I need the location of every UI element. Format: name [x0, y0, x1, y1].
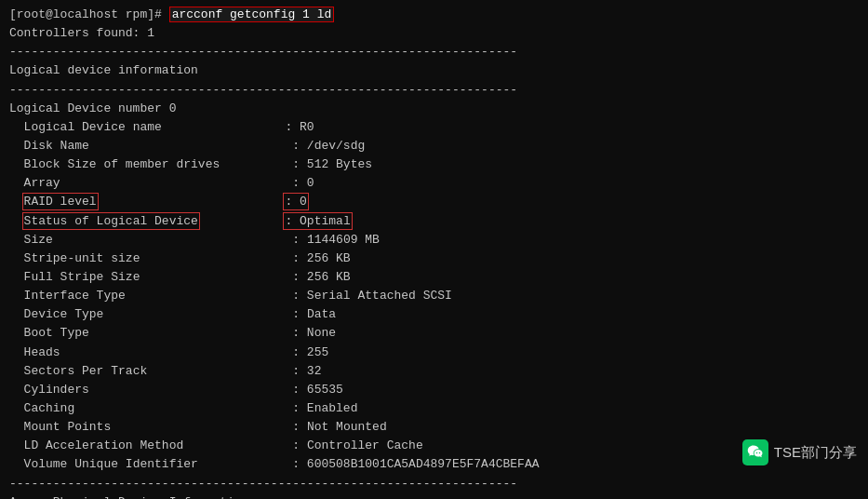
block-size-key: Block Size of member drives [24, 157, 220, 171]
logical-info-header: Logical device information [9, 61, 859, 80]
device-type-value: : Data [292, 307, 336, 321]
stripe-unit-key: Stripe-unit size [24, 251, 140, 265]
wechat-icon [742, 439, 768, 465]
caching-line: Caching : Enabled [9, 399, 859, 418]
block-size-line: Block Size of member drives : 512 Bytes [9, 155, 859, 174]
heads-key: Heads [24, 345, 60, 359]
separator-2: ----------------------------------------… [9, 81, 859, 100]
cylinders-key: Cylinders [24, 383, 89, 397]
ld-accel-line: LD Acceleration Method : Controller Cach… [9, 437, 859, 455]
mount-points-line: Mount Points : Not Mounted [9, 418, 859, 437]
array-phys-header: Array Physical Device Information [9, 493, 859, 499]
ld-accel-value: : Controller Cache [292, 438, 422, 452]
sectors-line: Sectors Per Track : 32 [9, 362, 859, 381]
size-key: Size [24, 233, 53, 247]
ld-name-value: : R0 [285, 120, 314, 134]
interface-type-line: Interface Type : Serial Attached SCSI [9, 287, 859, 305]
command-text: arcconf getconfig 1 ld [169, 7, 335, 22]
status-line: Status of Logical Device : Optimal [9, 212, 859, 231]
full-stripe-value: : 256 KB [292, 270, 350, 284]
boot-type-value: : None [292, 326, 336, 340]
stripe-unit-value: : 256 KB [292, 251, 350, 265]
mount-points-value: : Not Mounted [292, 420, 386, 434]
array-line: Array : 0 [9, 174, 859, 193]
block-size-value: : 512 Bytes [292, 157, 372, 171]
separator-1: ----------------------------------------… [9, 43, 859, 61]
heads-line: Heads : 255 [9, 344, 859, 362]
size-value: : 1144609 MB [292, 233, 380, 247]
heads-value: : 255 [292, 345, 328, 359]
volume-uid-key: Volume Unique Identifier [24, 457, 198, 471]
cylinders-line: Cylinders : 65535 [9, 381, 859, 399]
cylinders-value: : 65535 [292, 383, 343, 397]
array-key: Array [24, 176, 60, 190]
status-value: : Optimal [285, 214, 350, 228]
boot-type-line: Boot Type : None [9, 324, 859, 343]
raid-level-value: : 0 [285, 195, 306, 209]
ld-name-line: Logical Device name : R0 [9, 118, 859, 137]
ld-accel-key: LD Acceleration Method [24, 438, 184, 452]
boot-type-key: Boot Type [24, 326, 89, 340]
interface-type-key: Interface Type [24, 289, 126, 303]
caching-key: Caching [24, 401, 75, 415]
volume-uid-line: Volume Unique Identifier : 600508B1001CA… [9, 455, 859, 474]
sectors-key: Sectors Per Track [24, 364, 148, 378]
controllers-found: Controllers found: 1 [9, 24, 859, 43]
terminal: [root@localhost rpm]# arcconf getconfig … [0, 0, 868, 499]
separator-3: ----------------------------------------… [9, 475, 859, 493]
interface-type-value: : Serial Attached SCSI [292, 289, 452, 303]
volume-uid-value: : 600508B1001CA5AD4897E5F7A4CBEFAA [292, 457, 539, 471]
size-line: Size : 1144609 MB [9, 231, 859, 250]
array-value: : 0 [292, 176, 314, 190]
stripe-unit-line: Stripe-unit size : 256 KB [9, 250, 859, 268]
raid-level-key: RAID level [24, 195, 97, 209]
device-type-line: Device Type : Data [9, 305, 859, 324]
full-stripe-key: Full Stripe Size [24, 270, 140, 284]
disk-name-value: : /dev/sdg [292, 139, 365, 153]
watermark-text: TSE部门分享 [774, 444, 857, 462]
device-type-key: Device Type [24, 307, 104, 321]
caching-value: : Enabled [292, 401, 357, 415]
mount-points-key: Mount Points [24, 420, 112, 434]
status-key: Status of Logical Device [24, 214, 198, 228]
logical-device-number: Logical Device number 0 [9, 100, 859, 118]
prompt-text: [root@localhost rpm]# [9, 7, 169, 21]
watermark: TSE部门分享 [742, 439, 857, 465]
prompt-line: [root@localhost rpm]# arcconf getconfig … [9, 6, 859, 24]
disk-name-key: Disk Name [24, 139, 89, 153]
sectors-value: : 32 [292, 364, 321, 378]
full-stripe-line: Full Stripe Size : 256 KB [9, 268, 859, 287]
disk-name-line: Disk Name : /dev/sdg [9, 137, 859, 155]
raid-level-line: RAID level : 0 [9, 193, 859, 211]
ld-name-key: Logical Device name [24, 120, 162, 134]
